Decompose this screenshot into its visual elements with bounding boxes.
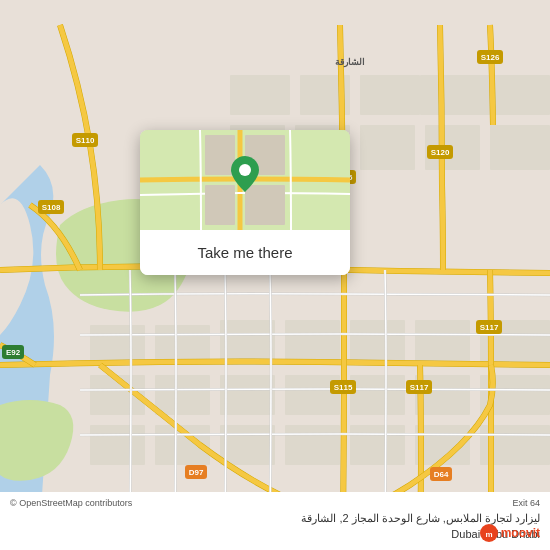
popup-map-preview bbox=[140, 130, 350, 230]
svg-rect-13 bbox=[220, 320, 275, 365]
svg-rect-8 bbox=[360, 125, 415, 170]
svg-rect-11 bbox=[90, 325, 145, 365]
svg-rect-3 bbox=[360, 75, 420, 115]
svg-text:الشارقة: الشارقة bbox=[335, 57, 365, 68]
exit-label: Exit 64 bbox=[512, 498, 540, 508]
svg-rect-14 bbox=[285, 320, 340, 365]
svg-point-64 bbox=[239, 164, 251, 176]
popup-card: Take me there bbox=[140, 130, 350, 275]
svg-text:D64: D64 bbox=[434, 470, 449, 479]
location-pin bbox=[231, 156, 259, 196]
moovit-icon: m bbox=[480, 524, 498, 542]
take-me-there-button[interactable]: Take me there bbox=[140, 230, 350, 275]
svg-rect-25 bbox=[90, 425, 145, 465]
svg-text:m: m bbox=[485, 530, 492, 539]
moovit-logo-text: moovit bbox=[501, 526, 540, 540]
svg-rect-15 bbox=[350, 320, 405, 365]
svg-text:E92: E92 bbox=[6, 348, 21, 357]
svg-rect-5 bbox=[490, 75, 550, 115]
svg-rect-16 bbox=[415, 320, 470, 365]
bottom-bar: © OpenStreetMap contributors Exit 64 ليز… bbox=[0, 492, 550, 550]
svg-text:S126: S126 bbox=[481, 53, 500, 62]
svg-rect-19 bbox=[155, 375, 210, 415]
svg-rect-29 bbox=[350, 425, 405, 465]
svg-rect-28 bbox=[285, 425, 340, 465]
svg-text:S115: S115 bbox=[334, 383, 353, 392]
svg-rect-10 bbox=[490, 125, 550, 170]
svg-rect-22 bbox=[350, 375, 405, 415]
location-name: ليزارد لتجارة الملابس, شارع الوحدة المجا… bbox=[10, 511, 540, 526]
location-subtitle: Dubai / Abu Dhabi bbox=[10, 527, 540, 542]
svg-text:D97: D97 bbox=[189, 468, 204, 477]
osm-attribution: © OpenStreetMap contributors bbox=[10, 498, 132, 508]
svg-rect-4 bbox=[420, 75, 490, 115]
moovit-logo: m moovit bbox=[480, 524, 540, 542]
svg-text:S117: S117 bbox=[480, 323, 499, 332]
svg-text:S117: S117 bbox=[410, 383, 429, 392]
svg-rect-20 bbox=[220, 375, 275, 415]
svg-text:S110: S110 bbox=[76, 136, 95, 145]
svg-text:S120: S120 bbox=[431, 148, 450, 157]
svg-text:S108: S108 bbox=[42, 203, 61, 212]
svg-rect-1 bbox=[230, 75, 290, 115]
map-container: E11 E11 S115 S115 S110 S108 S120 S117 S1… bbox=[0, 0, 550, 550]
svg-rect-27 bbox=[220, 425, 275, 465]
